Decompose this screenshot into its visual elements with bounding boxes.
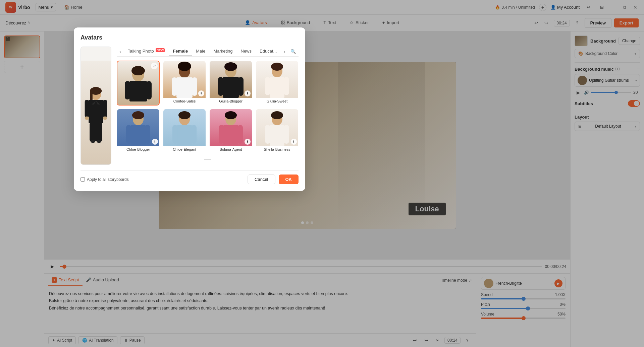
avatar-name-chloe-b: Chloe-Blogger [117,146,159,153]
education-label: Educat... [260,49,277,54]
download-badge-chloe-b: ⬇ [152,139,158,145]
modal-title: Avatars [80,34,299,41]
svg-rect-21 [172,77,177,96]
svg-rect-41 [172,125,178,144]
svg-rect-17 [146,81,152,99]
svg-point-19 [178,62,191,71]
avatar-img-emily: ♡ [117,61,159,105]
avatar-card-giulia-blogger[interactable]: ⬇ Giulia-Blogger [209,61,252,106]
marketing-label: Marketing [213,49,232,54]
news-label: News [241,49,252,54]
avatar-right-panel: ‹ Talking Photo NEW Female Male Marketin… [117,47,299,165]
svg-point-39 [178,111,191,119]
avatar-img-solana: ⬇ [210,109,252,146]
avatar-img-sheila: ⬇ [256,109,298,146]
download-badge-giulia-b: ⬇ [245,90,251,96]
svg-rect-45 [223,125,238,146]
avatar-card-contee-sales[interactable]: ⬇ Contee-Sales [163,61,206,106]
svg-rect-26 [218,77,223,96]
avatar-card-emily-business[interactable]: ♡ Emily-Business [117,61,160,106]
male-label: Male [196,49,205,54]
svg-rect-31 [265,77,270,95]
tabs-next-button[interactable]: › [281,48,288,56]
avatar-figure [81,64,111,164]
svg-rect-32 [284,77,289,95]
svg-rect-52 [284,125,289,144]
svg-rect-47 [237,125,243,144]
avatar-card-sheila-business[interactable]: ⬇ Sheila-Business [256,109,299,153]
avatars-grid: ♡ Emily-Business [117,61,299,153]
svg-rect-22 [192,77,197,96]
svg-point-24 [224,62,237,71]
modal-ok-button[interactable]: OK [279,175,299,184]
apply-all-checkbox[interactable]: Apply to all storyboards [80,177,129,182]
avatar-name-giulia-s: Giulia-Sweet [256,98,298,105]
svg-rect-30 [270,77,284,98]
tab-marketing[interactable]: Marketing [209,47,236,56]
svg-point-44 [225,111,237,119]
apply-all-input[interactable] [80,177,85,182]
avatars-modal: Avatars [74,27,305,191]
avatar-name-chloe-e: Chloe-Elegant [163,146,206,153]
tabs-prev-button[interactable]: ‹ [117,48,124,56]
svg-rect-35 [131,125,146,146]
svg-rect-16 [125,81,130,99]
favorite-button-emily[interactable]: ♡ [151,63,158,69]
svg-rect-36 [126,125,131,144]
download-badge-sheila: ⬇ [291,139,297,145]
svg-point-12 [97,140,101,143]
svg-rect-15 [129,81,147,101]
avatar-name-sheila: Sheila-Business [256,146,298,153]
modal-cancel-button[interactable]: Cancel [248,175,275,184]
svg-rect-20 [176,77,193,98]
avatar-tabs: ‹ Talking Photo NEW Female Male Marketin… [117,47,299,57]
svg-rect-40 [177,125,192,146]
svg-rect-46 [219,125,224,144]
avatar-card-solana-agent[interactable]: ⬇ Solana-Agent [209,109,252,153]
avatar-img-chloe-e [163,109,206,146]
svg-rect-27 [238,77,244,96]
svg-point-49 [271,111,283,119]
avatar-name-contee: Contee-Sales [163,98,206,105]
avatar-name-solana: Solana-Agent [210,146,252,153]
tab-male[interactable]: Male [192,47,209,56]
tab-education[interactable]: Educat... [256,47,281,56]
avatar-preview-panel [80,47,111,165]
tab-female[interactable]: Female [169,47,192,56]
svg-point-8 [85,116,89,120]
svg-point-29 [271,63,283,71]
avatar-img-chloe-b: ⬇ [117,109,159,146]
avatar-img-giulia-b: ⬇ [210,61,252,98]
download-badge-contee: ⬇ [198,90,204,96]
female-label: Female [173,49,188,54]
new-badge: NEW [156,48,165,52]
tab-talking-photo[interactable]: Talking Photo NEW [124,47,169,56]
svg-rect-51 [265,125,270,144]
avatar-card-giulia-sweet[interactable]: Giulia-Sweet [256,61,299,106]
talking-photo-label: Talking Photo [128,49,154,54]
load-more-indicator[interactable]: — [117,153,299,165]
svg-point-11 [91,140,95,143]
svg-point-14 [131,66,145,75]
svg-rect-10 [90,123,102,141]
svg-rect-3 [89,100,103,123]
apply-all-label: Apply to all storyboards [87,177,129,182]
svg-point-9 [103,116,107,120]
avatar-search-button[interactable]: 🔍 [288,48,299,55]
svg-rect-7 [103,100,107,117]
svg-rect-37 [145,125,150,144]
modal-actions: Cancel OK [248,175,299,184]
download-badge-solana: ⬇ [245,139,251,145]
svg-rect-42 [191,125,197,144]
avatar-img-giulia-s [256,61,298,98]
modal-body: ‹ Talking Photo NEW Female Male Marketin… [80,47,299,165]
svg-rect-6 [85,100,89,117]
avatar-card-chloe-blogger[interactable]: ⬇ Chloe-Blogger [117,109,160,153]
avatar-name-giulia-b: Giulia-Blogger [210,98,252,105]
tab-news[interactable]: News [237,47,256,56]
avatar-img-contee: ⬇ [163,61,206,98]
avatar-name-emily: Emily-Business [117,105,159,106]
modal-overlay[interactable]: Avatars [0,0,644,347]
svg-rect-25 [223,77,239,98]
avatar-card-chloe-elegant[interactable]: Chloe-Elegant [163,109,206,153]
